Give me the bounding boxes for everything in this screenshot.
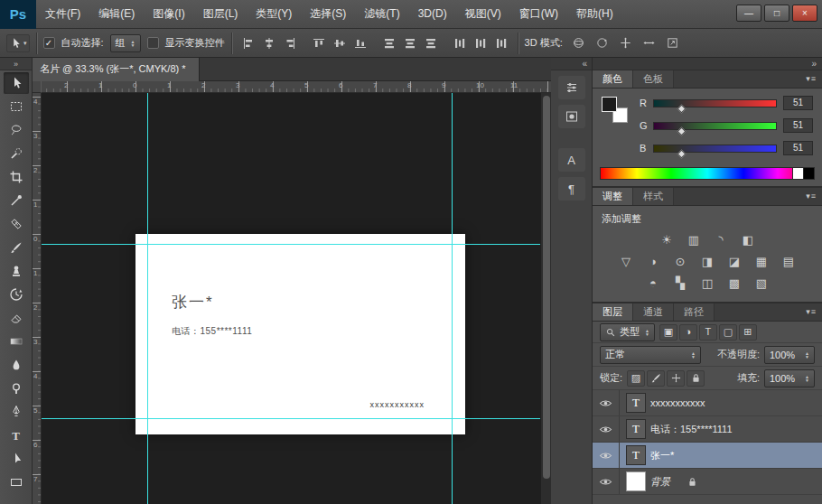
layer-name[interactable]: 张一* (650, 449, 674, 462)
G-channel-value[interactable]: 51 (783, 118, 813, 133)
auto-select-checkbox[interactable]: ✓ (43, 37, 55, 49)
tool-lasso[interactable] (4, 119, 29, 141)
menu-item-2[interactable]: 图像(I) (144, 0, 193, 28)
tool-rect-shape[interactable] (4, 471, 29, 493)
fill-dropdown[interactable]: 100%▲▼ (764, 369, 815, 387)
tool-history-brush[interactable] (4, 284, 29, 305)
layer-visibility-toggle[interactable] (593, 469, 620, 494)
scrollbar-thumb[interactable] (543, 96, 550, 479)
menu-item-4[interactable]: 类型(Y) (247, 0, 301, 28)
lock-transparency-button[interactable]: ▨ (627, 370, 645, 387)
exposure-adjustment-icon[interactable]: ◧ (738, 232, 758, 247)
vibrance-adjustment-icon[interactable]: ▽ (616, 254, 636, 269)
lock-position-button[interactable] (667, 370, 685, 387)
R-channel-value[interactable]: 51 (783, 96, 813, 110)
adjustment-filter-button[interactable]: ◑ (679, 324, 697, 341)
layer-thumbnail[interactable]: T (626, 445, 646, 465)
panel-menu-icon[interactable]: ▾≡ (806, 191, 817, 201)
canvas-viewport[interactable]: 张一* 电话：155****1111 xxxxxxxxxxx (42, 93, 540, 504)
smart-filter-button[interactable]: ⊞ (739, 324, 757, 341)
layer-name[interactable]: 背景 (650, 475, 670, 489)
G-channel-slider[interactable] (653, 122, 777, 130)
spectrum-black-swatch[interactable] (803, 168, 814, 179)
3d-pan-button[interactable] (616, 34, 636, 52)
layer-row-0[interactable]: Txxxxxxxxxxx (593, 390, 822, 416)
layer-name[interactable]: 电话：155****1111 (650, 423, 733, 436)
spectrum-white-swatch[interactable] (792, 168, 803, 179)
gradient-map-adjustment-icon[interactable]: ▩ (724, 275, 744, 291)
tab-adjustments_panel-0[interactable]: 调整 (593, 188, 633, 205)
layer-thumbnail[interactable]: T (626, 419, 646, 439)
dist-middle-button[interactable] (400, 34, 420, 52)
tool-blur[interactable] (4, 354, 29, 376)
guide-vertical-right[interactable] (452, 93, 453, 504)
tab-color_panel-1[interactable]: 色板 (633, 70, 674, 88)
tab-layers_panel-2[interactable]: 路径 (674, 303, 715, 321)
B-channel-slider[interactable] (653, 145, 777, 153)
3d-roll-button[interactable] (593, 34, 612, 52)
invert-adjustment-icon[interactable]: ◓ (643, 275, 663, 291)
lock-all-button[interactable] (687, 370, 705, 387)
menu-item-10[interactable]: 帮助(H) (567, 0, 622, 28)
pixel-filter-button[interactable]: ▣ (659, 324, 677, 341)
threshold-adjustment-icon[interactable]: ◫ (697, 275, 717, 291)
menu-item-5[interactable]: 选择(S) (301, 0, 355, 28)
layer-name[interactable]: xxxxxxxxxxx (650, 397, 705, 408)
brightness-contrast-adjustment-icon[interactable]: ☀ (657, 232, 677, 247)
black-white-adjustment-icon[interactable]: ◨ (697, 254, 717, 269)
3d-scale-button[interactable] (663, 34, 683, 52)
menu-item-0[interactable]: 文件(F) (36, 0, 89, 28)
posterize-adjustment-icon[interactable]: ▚ (670, 275, 690, 291)
menu-item-8[interactable]: 视图(V) (456, 0, 510, 28)
menu-item-7[interactable]: 3D(D) (409, 0, 456, 28)
tool-pen[interactable] (4, 401, 29, 423)
horizontal-ruler[interactable]: 2101234567891011 (42, 81, 551, 93)
levels-adjustment-icon[interactable]: ▥ (684, 232, 704, 247)
tool-type[interactable]: T (4, 425, 29, 446)
tab-layers_panel-1[interactable]: 通道 (633, 303, 674, 321)
paragraph-panel-icon[interactable]: ¶ (558, 177, 585, 201)
restore-button[interactable]: □ (764, 5, 789, 22)
3d-slide-button[interactable] (640, 34, 659, 52)
masks-panel-icon[interactable] (558, 105, 585, 128)
auto-select-target-dropdown[interactable]: 组▲▼ (110, 34, 141, 52)
tool-brush[interactable] (4, 237, 29, 258)
tool-eyedropper[interactable] (4, 190, 29, 211)
panel-menu-icon[interactable]: ▾≡ (806, 74, 817, 83)
lock-pixels-button[interactable] (647, 370, 665, 387)
dist-center-button[interactable] (471, 34, 490, 52)
menu-item-3[interactable]: 图层(L) (194, 0, 248, 28)
document-tab[interactable]: 名片 @ 33.3% (张一*, CMYK/8) * (33, 58, 200, 81)
panel-menu-icon[interactable]: ▾≡ (806, 307, 817, 316)
photo-filter-adjustment-icon[interactable]: ◪ (724, 254, 744, 269)
menu-item-1[interactable]: 编辑(E) (89, 0, 144, 28)
channel-mixer-adjustment-icon[interactable]: ▦ (752, 254, 771, 269)
tool-spot-healing[interactable] (4, 213, 29, 235)
menu-item-6[interactable]: 滤镜(T) (355, 0, 408, 28)
vertical-scrollbar[interactable] (540, 93, 551, 504)
layer-visibility-toggle[interactable] (593, 390, 620, 415)
tab-layers_panel-0[interactable]: 图层 (593, 303, 633, 321)
color-balance-adjustment-icon[interactable]: ⊙ (670, 254, 690, 269)
R-channel-slider[interactable] (653, 99, 777, 107)
align-top-button[interactable] (309, 34, 329, 52)
type-filter-button[interactable]: T (699, 324, 717, 341)
layer-row-2[interactable]: T张一* (593, 443, 822, 469)
guide-horizontal-bottom[interactable] (42, 418, 540, 419)
menu-item-9[interactable]: 窗口(W) (510, 0, 567, 28)
shape-filter-button[interactable]: ▢ (719, 324, 737, 341)
slider-thumb[interactable] (677, 127, 687, 136)
tool-eraser[interactable] (4, 307, 29, 329)
slider-thumb[interactable] (677, 150, 687, 159)
business-card-canvas[interactable]: 张一* 电话：155****1111 xxxxxxxxxxx (135, 234, 465, 434)
foreground-color-swatch[interactable] (602, 97, 617, 112)
layer-filter-dropdown[interactable]: 类型▲▼ (600, 323, 655, 341)
guide-vertical-left[interactable] (147, 93, 148, 504)
curves-adjustment-icon[interactable]: ◝ (711, 232, 731, 247)
align-middle-button[interactable] (330, 34, 350, 52)
layer-row-1[interactable]: T电话：155****1111 (593, 416, 822, 443)
tool-clone-stamp[interactable] (4, 260, 29, 282)
tool-gradient[interactable] (4, 331, 29, 352)
selective-color-adjustment-icon[interactable]: ▧ (752, 275, 771, 291)
character-panel-icon[interactable]: A (558, 148, 585, 172)
